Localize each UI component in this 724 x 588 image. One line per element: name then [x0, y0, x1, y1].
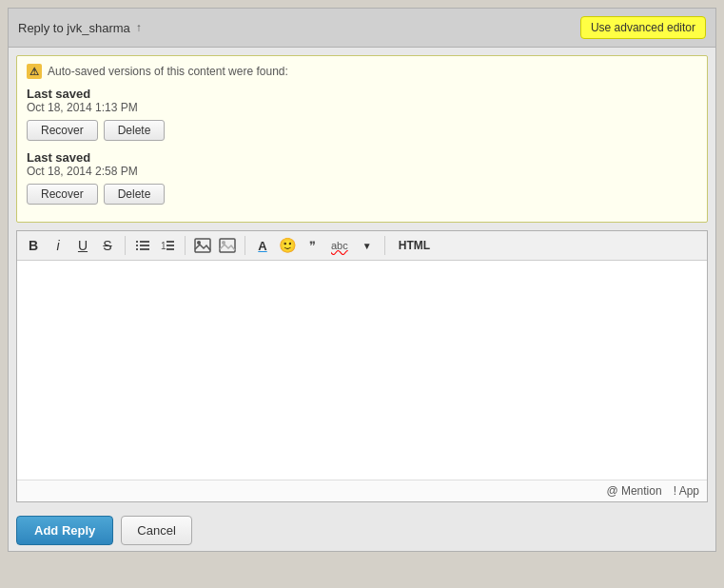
- autosave-date-2: Oct 18, 2014 2:58 PM: [27, 165, 697, 178]
- use-advanced-editor-button[interactable]: Use advanced editor: [580, 16, 706, 39]
- strikethrough-button[interactable]: S: [97, 235, 118, 256]
- delete-button-2[interactable]: Delete: [104, 184, 166, 205]
- autosave-label-1: Last saved: [27, 87, 697, 101]
- autosave-notice: ⚠ Auto-saved versions of this content we…: [16, 55, 708, 223]
- emoji-button[interactable]: 🙂: [277, 235, 298, 256]
- cancel-button[interactable]: Cancel: [121, 516, 191, 545]
- svg-rect-5: [140, 248, 149, 250]
- bottom-bar: Add Reply Cancel: [9, 510, 715, 551]
- insert-image-button[interactable]: [192, 235, 213, 256]
- svg-rect-0: [136, 241, 138, 243]
- dropdown-arrow-button[interactable]: ▼: [357, 235, 378, 256]
- mention-link[interactable]: @ Mention: [606, 484, 661, 498]
- recover-button-2[interactable]: Recover: [27, 184, 98, 205]
- underline-button[interactable]: U: [72, 235, 93, 256]
- reply-header: Reply to jvk_sharma ↑ Use advanced edito…: [9, 9, 715, 48]
- svg-rect-3: [140, 245, 149, 246]
- toolbar-sep-2: [185, 236, 186, 255]
- editor-container: B i U S: [9, 230, 715, 502]
- toolbar-sep-1: [125, 236, 126, 255]
- add-reply-button[interactable]: Add Reply: [16, 516, 113, 545]
- ordered-list-button[interactable]: 1.: [157, 235, 178, 256]
- unordered-list-button[interactable]: [132, 235, 153, 256]
- autosave-warning-text: Auto-saved versions of this content were…: [48, 65, 288, 78]
- autosave-entry-1: Last saved Oct 18, 2014 1:13 PM Recover …: [27, 87, 697, 141]
- editor-content[interactable]: [17, 261, 707, 480]
- svg-rect-12: [220, 239, 235, 252]
- svg-rect-2: [136, 245, 138, 246]
- delete-button-1[interactable]: Delete: [104, 120, 166, 141]
- autosave-entry-2: Last saved Oct 18, 2014 2:58 PM Recover …: [27, 150, 697, 205]
- quote-button[interactable]: ❞: [302, 235, 323, 256]
- spell-check-button[interactable]: abc: [326, 235, 353, 256]
- svg-rect-9: [166, 248, 174, 250]
- svg-rect-8: [166, 245, 174, 246]
- toolbar-sep-4: [384, 236, 385, 255]
- toolbar-sep-3: [245, 236, 245, 255]
- svg-rect-1: [140, 241, 149, 243]
- reply-panel: Reply to jvk_sharma ↑ Use advanced edito…: [8, 8, 716, 552]
- bold-button[interactable]: B: [23, 235, 44, 256]
- editor-footer: @ Mention ! App: [17, 480, 707, 501]
- editor-toolbar: B i U S: [17, 231, 707, 261]
- arrow-icon: ↑: [136, 21, 142, 34]
- insert-image2-button[interactable]: [217, 235, 238, 256]
- svg-rect-4: [136, 248, 138, 250]
- app-link[interactable]: ! App: [674, 484, 699, 498]
- editor-area: B i U S: [16, 230, 708, 502]
- autosave-btn-row-2: Recover Delete: [27, 184, 697, 205]
- autosave-btn-row-1: Recover Delete: [27, 120, 697, 141]
- recover-button-1[interactable]: Recover: [27, 120, 98, 141]
- reply-header-title: Reply to jvk_sharma ↑: [18, 21, 142, 35]
- svg-rect-7: [166, 241, 174, 243]
- outer-wrapper: Reply to jvk_sharma ↑ Use advanced edito…: [0, 0, 724, 588]
- font-color-button[interactable]: A: [252, 235, 273, 256]
- autosave-label-2: Last saved: [27, 150, 697, 165]
- header-title-text: Reply to jvk_sharma: [18, 21, 130, 35]
- svg-rect-10: [195, 239, 210, 252]
- warning-row: ⚠ Auto-saved versions of this content we…: [27, 64, 697, 79]
- html-button[interactable]: HTML: [392, 235, 437, 256]
- italic-button[interactable]: i: [48, 235, 68, 256]
- warning-icon: ⚠: [27, 64, 42, 79]
- autosave-date-1: Oct 18, 2014 1:13 PM: [27, 101, 697, 114]
